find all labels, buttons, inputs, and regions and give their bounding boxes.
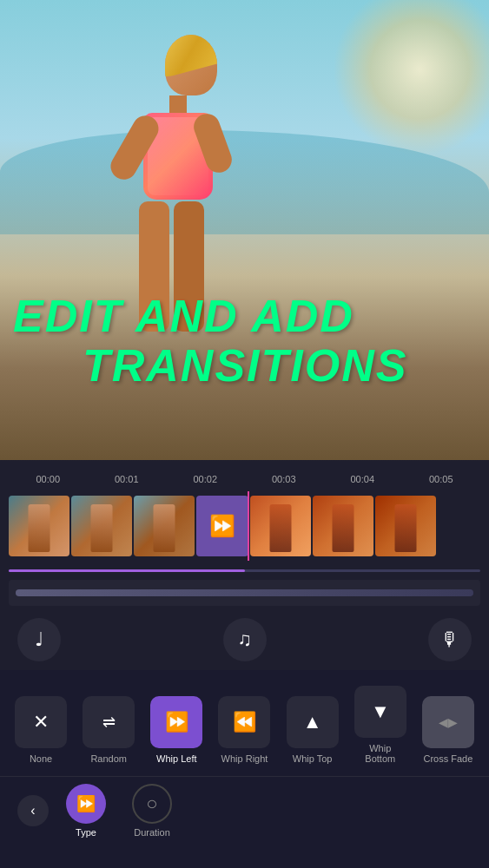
video-thumb-2[interactable]: [71, 496, 132, 556]
music-button-2[interactable]: ♫: [223, 618, 267, 661]
trans-none-icon: ✕: [15, 696, 67, 748]
person-figure: [139, 35, 217, 332]
trans-cross-fade[interactable]: ◀▶ Cross Fade: [418, 691, 479, 769]
trans-random-icon: ⇌: [83, 696, 135, 748]
tab-type-label: Type: [76, 827, 96, 838]
trans-whip-bottom[interactable]: ▼ WhipBottom: [350, 681, 411, 769]
tab-duration-label: Duration: [134, 827, 170, 838]
trans-whip-left-icon: ⏩: [150, 696, 202, 748]
trans-random-label: Random: [90, 753, 127, 764]
trans-whip-top-icon: ▲: [287, 696, 339, 748]
trans-whip-bottom-icon: ▼: [354, 686, 406, 738]
tab-type-icon: ⏩: [66, 784, 106, 824]
transition-items-list: ✕ None ⇌ Random ⏩ Whip Left ⏪ Whip Right: [7, 681, 482, 769]
time-ruler: 00:00 00:01 00:02 00:03 00:04 00:05: [0, 467, 489, 491]
time-4: 00:04: [323, 474, 402, 484]
video-thumb-1[interactable]: [9, 496, 69, 556]
video-preview: EDIT AND ADD TRANSITIONS: [0, 0, 489, 460]
back-button[interactable]: ‹: [17, 795, 49, 826]
time-2: 00:02: [166, 474, 245, 484]
trans-whip-right[interactable]: ⏪ Whip Right: [214, 691, 274, 769]
transition-block-icon: ⏩: [209, 514, 235, 538]
audio-waveform: [16, 589, 473, 596]
back-icon: ‹: [30, 803, 35, 819]
music2-icon: ♫: [237, 628, 252, 651]
progress-area[interactable]: [0, 561, 489, 576]
tab-duration[interactable]: ○ Duration: [132, 784, 172, 838]
music-icon: ♩: [35, 628, 43, 651]
video-thumb-6[interactable]: [375, 496, 436, 556]
video-thumb-4[interactable]: [250, 496, 311, 556]
trans-whip-top[interactable]: ▲ Whip Top: [282, 691, 343, 769]
progress-track[interactable]: [9, 569, 480, 572]
trans-whip-top-label: Whip Top: [293, 753, 333, 764]
progress-fill: [9, 569, 245, 572]
trans-whip-left-label: Whip Left: [156, 753, 196, 764]
bottom-tab-bar: ‹ ⏩ Type ○ Duration: [0, 776, 489, 845]
trans-cross-fade-icon: ◀▶: [422, 696, 474, 748]
audio-track: [9, 580, 480, 606]
transition-block[interactable]: ⏩: [196, 496, 248, 556]
video-thumb-5[interactable]: [313, 496, 373, 556]
trans-whip-left[interactable]: ⏩ Whip Left: [146, 691, 207, 769]
playhead: [248, 491, 249, 561]
time-1: 00:01: [88, 474, 167, 484]
trans-whip-right-icon: ⏪: [218, 696, 270, 748]
trans-none-label: None: [30, 753, 52, 764]
mic-button[interactable]: 🎙: [428, 618, 472, 661]
trans-cross-fade-label: Cross Fade: [423, 753, 472, 764]
time-3: 00:03: [245, 474, 324, 484]
time-0: 00:00: [9, 474, 88, 484]
video-thumb-3[interactable]: [134, 496, 195, 556]
overlay-text: EDIT AND ADD TRANSITIONS: [13, 292, 407, 391]
tab-duration-icon: ○: [132, 784, 172, 824]
controls-row: ♩ ♫ 🎙: [0, 609, 489, 670]
time-5: 00:05: [402, 474, 481, 484]
video-strip[interactable]: ⏩: [0, 491, 489, 561]
tab-type[interactable]: ⏩ Type: [66, 784, 106, 838]
transition-selector: ✕ None ⇌ Random ⏩ Whip Left ⏪ Whip Right: [0, 670, 489, 776]
mic-icon: 🎙: [440, 628, 459, 651]
trans-random[interactable]: ⇌ Random: [78, 691, 139, 769]
trans-whip-right-label: Whip Right: [221, 753, 268, 764]
trans-whip-bottom-label: WhipBottom: [365, 743, 395, 764]
timeline-area: 00:00 00:01 00:02 00:03 00:04 00:05 ⏩: [0, 460, 489, 670]
trans-none[interactable]: ✕ None: [10, 691, 71, 769]
music-button-1[interactable]: ♩: [17, 618, 61, 661]
